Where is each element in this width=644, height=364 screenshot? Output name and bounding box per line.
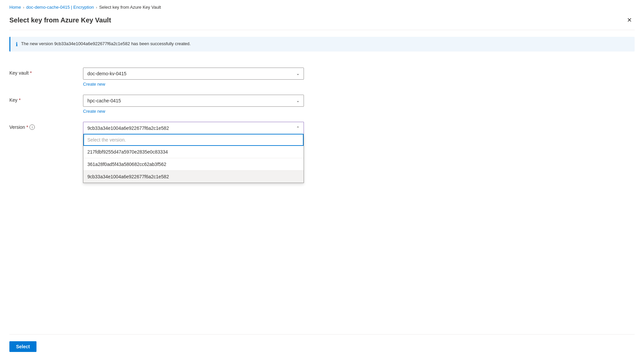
dialog-header: Select key from Azure Key Vault ✕: [9, 13, 635, 30]
close-button[interactable]: ✕: [624, 16, 635, 24]
version-option-2[interactable]: 361a28f0ad5f43a580682cc62ab3f562: [83, 158, 304, 171]
key-required: *: [19, 97, 20, 103]
version-search-input[interactable]: [83, 134, 304, 146]
select-button[interactable]: Select: [9, 341, 36, 352]
breadcrumb-current: Select key from Azure Key Vault: [99, 5, 161, 10]
version-row: Version * i 9cb33a34e1004a6e922677f6a2c1…: [9, 115, 635, 135]
version-option-1[interactable]: 217fdbf9255d47a5970e2835e0c83334: [83, 146, 304, 158]
chevron-down-icon: ⌄: [296, 71, 300, 76]
dialog-footer: Select: [9, 334, 635, 355]
key-row: Key * hpc-cache-0415 ⌄ Create new: [9, 88, 635, 115]
breadcrumb-sep-2: ›: [96, 5, 97, 9]
key-dropdown[interactable]: hpc-cache-0415 ⌄: [83, 95, 304, 107]
breadcrumb-encryption[interactable]: doc-demo-cache-0415 | Encryption: [26, 5, 94, 10]
key-vault-dropdown[interactable]: doc-demo-kv-0415 ⌄: [83, 68, 304, 80]
info-banner-text: The new version 9cb33a34e1004a6e922677f6…: [21, 41, 191, 47]
key-vault-create-new[interactable]: Create new: [83, 82, 105, 87]
key-vault-label: Key vault *: [9, 68, 83, 76]
page-container: Home › doc-demo-cache-0415 | Encryption …: [0, 0, 644, 364]
version-selected-value: 9cb33a34e1004a6e922677f6a2c1e582: [87, 125, 169, 131]
key-label: Key *: [9, 95, 83, 103]
version-info-icon[interactable]: i: [29, 124, 35, 130]
info-banner: ℹ The new version 9cb33a34e1004a6e922677…: [9, 37, 635, 52]
info-icon: ℹ: [16, 41, 18, 48]
key-vault-required: *: [30, 70, 32, 76]
key-vault-value: doc-demo-kv-0415: [87, 71, 127, 76]
dialog-panel: Select key from Azure Key Vault ✕ ℹ The …: [0, 13, 644, 364]
key-vault-row: Key vault * doc-demo-kv-0415 ⌄ Create ne…: [9, 61, 635, 88]
form-body: Key vault * doc-demo-kv-0415 ⌄ Create ne…: [9, 61, 635, 334]
chevron-up-icon: ⌃: [296, 126, 300, 130]
key-create-new[interactable]: Create new: [83, 109, 105, 114]
dialog-title: Select key from Azure Key Vault: [9, 16, 111, 24]
chevron-down-icon-2: ⌄: [296, 98, 300, 103]
version-option-3[interactable]: 9cb33a34e1004a6e922677f6a2c1e582: [83, 171, 304, 183]
version-label: Version * i: [9, 122, 83, 130]
key-value: hpc-cache-0415: [87, 98, 121, 103]
breadcrumb-sep-1: ›: [23, 5, 24, 9]
version-dropdown[interactable]: 9cb33a34e1004a6e922677f6a2c1e582 ⌃: [83, 122, 304, 134]
version-control: 9cb33a34e1004a6e922677f6a2c1e582 ⌃ 217fd…: [83, 122, 304, 134]
breadcrumb: Home › doc-demo-cache-0415 | Encryption …: [0, 0, 644, 13]
key-control: hpc-cache-0415 ⌄ Create new: [83, 95, 304, 114]
version-required: *: [26, 124, 28, 130]
breadcrumb-home[interactable]: Home: [9, 5, 21, 10]
key-vault-control: doc-demo-kv-0415 ⌄ Create new: [83, 68, 304, 87]
version-dropdown-panel: 217fdbf9255d47a5970e2835e0c83334 361a28f…: [83, 134, 304, 183]
